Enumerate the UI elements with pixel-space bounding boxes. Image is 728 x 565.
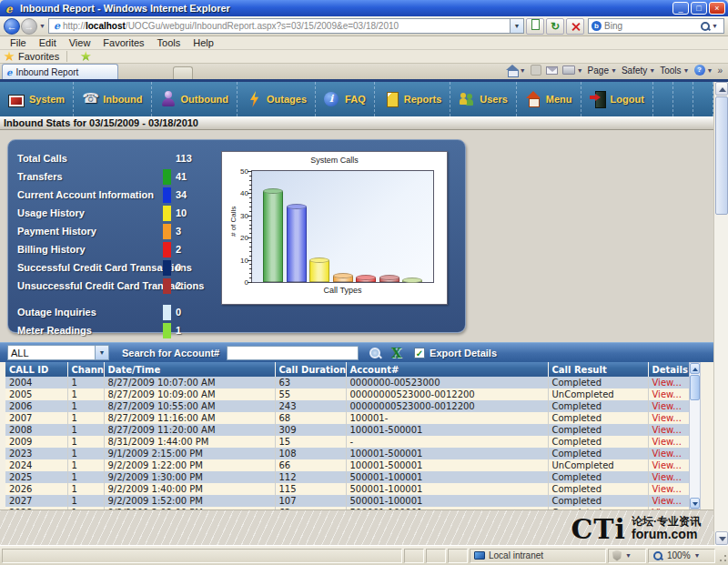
refresh-button[interactable]: ↻ [546, 18, 564, 35]
table-cell: 1 [67, 424, 104, 436]
resize-grip [715, 549, 728, 563]
view-details-link[interactable]: View... [652, 472, 682, 482]
menu-favorites[interactable]: Favorites [96, 37, 150, 48]
search-dropdown[interactable]: ▼ [712, 23, 718, 29]
tab-inbound-report[interactable]: e Inbound Report [2, 64, 118, 79]
export-details-label: Export Details [430, 348, 497, 358]
table-cell: 00000000523000-0012200 [346, 388, 548, 400]
table-cell: 1 [67, 388, 104, 400]
print-button[interactable]: ▼ [562, 66, 583, 75]
chart-title: System Calls [222, 156, 447, 165]
safety-menu[interactable]: Safety▼ [622, 66, 655, 76]
nav-item-outages[interactable]: Outages [238, 82, 316, 116]
status-pane [426, 549, 446, 563]
stat-value: 2 [176, 244, 181, 255]
view-details-link[interactable]: View... [652, 389, 682, 399]
nav-item-system[interactable]: System [0, 82, 74, 116]
view-details-link[interactable]: View... [652, 413, 682, 423]
nav-item-inbound[interactable]: Inbound [74, 82, 151, 116]
stat-value: 34 [176, 189, 187, 200]
maximize-button[interactable]: □ [691, 2, 707, 15]
web-search-input[interactable] [604, 21, 700, 31]
address-input[interactable]: e http://localhost/UOCGu/webgui/InboundR… [48, 18, 511, 34]
chart-bar [333, 276, 353, 282]
stat-swatch [163, 206, 171, 221]
view-details-link[interactable]: View... [652, 437, 682, 447]
column-header-channel: Channel [67, 362, 104, 377]
protected-mode-pane[interactable]: ▼ [608, 549, 646, 563]
minimize-button[interactable]: _ [672, 2, 689, 15]
table-cell: 309 [275, 424, 346, 436]
page-menu[interactable]: Page▼ [588, 66, 617, 76]
view-details-link[interactable]: View... [652, 378, 682, 388]
feeds-button[interactable] [531, 65, 541, 76]
stop-button[interactable] [566, 18, 584, 35]
ie-icon: e [5, 3, 17, 15]
forward-button[interactable]: → [21, 18, 37, 35]
recent-pages-dropdown[interactable]: ▼ [39, 23, 46, 29]
toolbar-overflow-button[interactable]: » [717, 66, 723, 76]
nav-item-outbound[interactable]: Outbound [152, 82, 238, 116]
account-search-input[interactable] [227, 346, 359, 360]
table-cell: 9/2/2009 1:52:00 PM [104, 495, 275, 507]
stat-label: Successful Credit Card Transactions [17, 262, 163, 273]
address-dropdown[interactable]: ▼ [511, 18, 524, 34]
page-scroll-down-icon[interactable] [715, 531, 728, 545]
nav-item-menu[interactable]: Menu [517, 82, 581, 116]
compatibility-view-button[interactable] [526, 18, 544, 35]
tools-menu[interactable]: Tools▼ [660, 66, 689, 76]
scroll-thumb[interactable] [690, 375, 700, 400]
nav-item-reports[interactable]: Reports [375, 82, 451, 116]
stats-panel: Total Calls113Transfers41Current Account… [7, 139, 466, 333]
view-details-link[interactable]: View... [652, 460, 682, 470]
view-details-link[interactable]: View... [652, 401, 682, 411]
view-details-link[interactable]: View... [652, 449, 682, 459]
help-button[interactable]: ?▼ [694, 65, 713, 76]
table-cell: 1 [67, 436, 104, 448]
outbound-icon [160, 91, 177, 107]
menu-edit[interactable]: Edit [33, 37, 63, 48]
zoom-pane[interactable]: 100% ▼ [648, 549, 715, 563]
export-excel-icon[interactable]: X [391, 346, 401, 360]
scroll-down-icon[interactable] [690, 498, 700, 509]
export-details-checkbox[interactable]: ✓ [414, 348, 425, 358]
stat-value: 41 [176, 171, 187, 182]
table-cell: UnCompleted [548, 459, 648, 471]
menu-view[interactable]: View [63, 37, 97, 48]
table-cell: UnCompleted [548, 388, 648, 400]
table-cell: 9/2/2009 1:22:00 PM [104, 459, 275, 471]
nav-item-faq[interactable]: FAQ [316, 82, 375, 116]
view-details-link[interactable]: View... [652, 484, 682, 494]
menu-file[interactable]: File [4, 37, 33, 48]
menu-tools[interactable]: Tools [151, 37, 187, 48]
page-scrollbar[interactable] [713, 82, 728, 545]
read-mail-button[interactable] [546, 66, 558, 75]
table-cell: Completed [548, 436, 648, 448]
table-header-row: CALL IDChannelDate/TimeCall Duration (se… [5, 362, 695, 377]
view-details-link[interactable]: View... [652, 496, 682, 506]
back-button[interactable]: ← [4, 18, 20, 35]
table-scrollbar[interactable] [689, 362, 701, 510]
nav-item-logout[interactable]: Logout [581, 82, 653, 116]
home-button[interactable]: ▼ [506, 66, 526, 76]
add-favorite-button[interactable] [80, 51, 91, 62]
close-button[interactable]: × [709, 2, 725, 15]
axis-tick [249, 233, 252, 234]
menu-bar: FileEditViewFavoritesToolsHelp [0, 36, 728, 50]
search-icon[interactable] [700, 21, 711, 32]
nav-item-users[interactable]: Users [450, 82, 517, 116]
favorites-button[interactable]: Favorites [18, 51, 59, 62]
scroll-up-icon[interactable] [690, 363, 700, 374]
search-box[interactable]: b ▼ [588, 18, 724, 34]
filter-dropdown[interactable]: ALL ▼ [7, 345, 109, 360]
table-cell: 8/27/2009 11:20:00 AM [104, 424, 275, 436]
column-header-date-time: Date/Time [104, 362, 275, 377]
stat-label: Usage History [17, 207, 163, 218]
new-tab-button[interactable] [173, 66, 193, 79]
account-search-button[interactable] [368, 346, 382, 360]
page-scroll-thumb[interactable] [715, 96, 728, 215]
page-scroll-up-icon[interactable] [715, 82, 728, 96]
axis-tick [249, 228, 252, 229]
menu-help[interactable]: Help [187, 37, 220, 48]
view-details-link[interactable]: View... [652, 425, 682, 435]
